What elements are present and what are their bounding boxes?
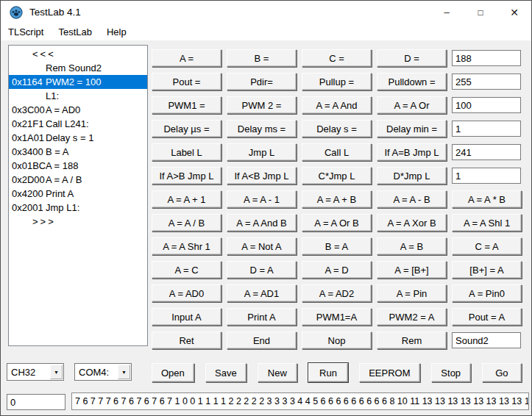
opcode-button-a-a-or-b[interactable]: A = A Or B bbox=[302, 214, 372, 232]
opcode-button-d-jmp-l[interactable]: D*Jmp L bbox=[377, 167, 447, 184]
menu-item-help[interactable]: Help bbox=[99, 25, 134, 40]
opcode-button-pdir[interactable]: Pdir= bbox=[227, 73, 297, 90]
opcode-button-a-a-or[interactable]: A = A Or bbox=[377, 96, 447, 114]
list-item[interactable]: >>> bbox=[9, 215, 147, 229]
operand-input[interactable] bbox=[452, 168, 521, 184]
opcode-button-nop[interactable]: Nop bbox=[302, 331, 372, 349]
opcode-button-a-not-a[interactable]: A = Not A bbox=[227, 237, 297, 255]
device-combobox[interactable]: CH32 ▼ bbox=[7, 363, 64, 381]
close-button[interactable]: ✕ bbox=[497, 1, 531, 24]
opcode-button-c-a[interactable]: C = A bbox=[452, 237, 522, 255]
opcode-button-a-a-and[interactable]: A = A And bbox=[302, 96, 372, 114]
opcode-button-jmp-l[interactable]: Jmp L bbox=[227, 143, 297, 161]
opcode-button-a-b[interactable]: A = [B+] bbox=[377, 261, 447, 279]
open-button[interactable]: Open bbox=[152, 363, 194, 382]
opcode-button-a-c[interactable]: A = C bbox=[152, 261, 221, 279]
opcode-button-input-a[interactable]: Input A bbox=[152, 308, 221, 326]
opcode-button-d-a[interactable]: D = A bbox=[227, 261, 297, 279]
opcode-button-if-a-b-jmp-l[interactable]: If A=B Jmp L bbox=[377, 143, 447, 161]
opcode-button-a-a-1[interactable]: A = A + 1 bbox=[152, 190, 221, 208]
opcode-button-b-a[interactable]: [B+] = A bbox=[452, 261, 522, 279]
opcode-button-ret[interactable]: Ret bbox=[152, 331, 221, 349]
opcode-button-pout[interactable]: Pout = bbox=[152, 73, 221, 90]
new-button[interactable]: New bbox=[258, 363, 297, 382]
opcode-button-if-a-b-jmp-l[interactable]: If A>B Jmp L bbox=[152, 167, 221, 184]
opcode-button-rem[interactable]: Rem bbox=[377, 331, 447, 349]
opcode-button-d[interactable]: D = bbox=[377, 49, 447, 67]
operand-input[interactable] bbox=[452, 73, 521, 90]
list-item[interactable]: <<< bbox=[9, 47, 147, 61]
opcode-button-a-d[interactable]: A = D bbox=[302, 261, 372, 279]
opcode-button-end[interactable]: End bbox=[227, 331, 297, 349]
opcode-button-a-a-and-b[interactable]: A = A And B bbox=[227, 214, 297, 232]
opcode-button-a-ad1[interactable]: A = AD1 bbox=[227, 284, 297, 302]
opcode-button-pwm-2[interactable]: PWM 2 = bbox=[227, 96, 297, 114]
opcode-button-a-pin0[interactable]: A = Pin0 bbox=[452, 284, 522, 302]
opcode-button-pwm1-a[interactable]: PWM1=A bbox=[302, 308, 372, 326]
opcode-button-a-ad2[interactable]: A = AD2 bbox=[302, 284, 372, 302]
script-listbox[interactable]: <<<Rem Sound20x1164PWM2 = 100L1:0x3C00A … bbox=[8, 45, 148, 346]
operand-input[interactable] bbox=[452, 50, 521, 66]
opcode-button-delay-ms[interactable]: Delay ms = bbox=[227, 120, 297, 137]
opcode-button-a-ad0[interactable]: A = AD0 bbox=[152, 284, 221, 302]
list-item[interactable]: 0x01BCA = 188 bbox=[9, 159, 147, 173]
status-value-input[interactable] bbox=[7, 394, 65, 410]
menu-item-testlab[interactable]: TestLab bbox=[51, 25, 99, 40]
list-item[interactable]: 0x1164PWM2 = 100 bbox=[9, 75, 147, 89]
opcode-button-a-a-b[interactable]: A = A / B bbox=[152, 214, 221, 232]
save-button[interactable]: Save bbox=[205, 363, 247, 382]
opcode-button-a-b[interactable]: A = B bbox=[377, 237, 447, 255]
opcode-button-call-l[interactable]: Call L bbox=[302, 143, 372, 161]
operand-input[interactable] bbox=[452, 121, 521, 137]
list-item[interactable]: 0x1A01Delay s = 1 bbox=[9, 131, 147, 145]
port-combobox[interactable]: COM4: ▼ bbox=[74, 363, 132, 381]
list-item[interactable]: Rem Sound2 bbox=[9, 61, 147, 75]
opcode-button-c-jmp-l[interactable]: C*Jmp L bbox=[302, 167, 372, 184]
list-item[interactable]: 0x3400B = A bbox=[9, 145, 147, 159]
run-button[interactable]: Run bbox=[308, 363, 348, 382]
go-button[interactable]: Go bbox=[482, 363, 522, 382]
operand-input[interactable] bbox=[452, 332, 521, 348]
list-item[interactable]: L1: bbox=[9, 89, 147, 103]
opcode-button-pout-a[interactable]: Pout = A bbox=[452, 308, 522, 326]
opcode-button-print-a[interactable]: Print A bbox=[227, 308, 297, 326]
opcode-button-a-a-xor-b[interactable]: A = A Xor B bbox=[377, 214, 447, 232]
opcode-button-delay-s[interactable]: Delay s = bbox=[302, 120, 372, 137]
opcode-button-b[interactable]: B = bbox=[227, 49, 297, 67]
opcode-button-if-a-b-jmp-l[interactable]: If A<B Jmp L bbox=[227, 167, 297, 184]
opcode-button-a-a-b[interactable]: A = A * B bbox=[452, 190, 522, 208]
opcode-button-a-a-1[interactable]: A = A - 1 bbox=[227, 190, 297, 208]
list-item-text: A = A / B bbox=[46, 173, 82, 187]
stop-button[interactable]: Stop bbox=[431, 363, 471, 382]
opcode-button-a-a-b[interactable]: A = A - B bbox=[377, 190, 447, 208]
list-item[interactable]: 0x3C00A = AD0 bbox=[9, 103, 147, 117]
opcode-button-a[interactable]: A = bbox=[152, 49, 221, 67]
opcode-button-delay-min[interactable]: Delay min = bbox=[377, 120, 447, 137]
operand-input[interactable] bbox=[452, 144, 521, 160]
maximize-button[interactable]: □ bbox=[464, 1, 497, 24]
opcode-button-delay-s[interactable]: Delay µs = bbox=[152, 120, 221, 137]
title-bar: TestLab 4.1 – □ ✕ bbox=[1, 1, 531, 24]
operand-input[interactable] bbox=[452, 97, 521, 113]
list-item[interactable]: 0x21F1Call L241: bbox=[9, 117, 147, 131]
opcode-button-a-a-shr-1[interactable]: A = A Shr 1 bbox=[152, 237, 221, 255]
opcode-button-pullup[interactable]: Pullup = bbox=[302, 73, 372, 90]
list-item[interactable]: 0x4200Print A bbox=[9, 187, 147, 201]
opcode-button-a-a-shl-1[interactable]: A = A Shl 1 bbox=[452, 214, 522, 232]
minimize-button[interactable]: – bbox=[430, 1, 464, 24]
list-item-text: Print A bbox=[46, 187, 74, 201]
opcode-button-b-a[interactable]: B = A bbox=[302, 237, 372, 255]
opcode-button-pulldown[interactable]: Pulldown = bbox=[377, 73, 447, 90]
chevron-down-icon[interactable]: ▼ bbox=[50, 365, 63, 379]
opcode-button-pwm1[interactable]: PWM1 = bbox=[152, 96, 221, 114]
chevron-down-icon[interactable]: ▼ bbox=[118, 365, 130, 379]
opcode-button-label-l[interactable]: Label L bbox=[152, 143, 221, 161]
opcode-button-a-a-b[interactable]: A = A + B bbox=[302, 190, 372, 208]
opcode-button-a-pin[interactable]: A = Pin bbox=[377, 284, 447, 302]
list-item[interactable]: 0x2D00A = A / B bbox=[9, 173, 147, 187]
menu-item-tlscript[interactable]: TLScript bbox=[1, 25, 51, 40]
opcode-button-c[interactable]: C = bbox=[302, 49, 372, 67]
list-item[interactable]: 0x2001Jmp L1: bbox=[9, 201, 147, 215]
opcode-button-pwm2-a[interactable]: PWM2 = A bbox=[377, 308, 447, 326]
eeprom-button[interactable]: EEPROM bbox=[359, 363, 419, 382]
